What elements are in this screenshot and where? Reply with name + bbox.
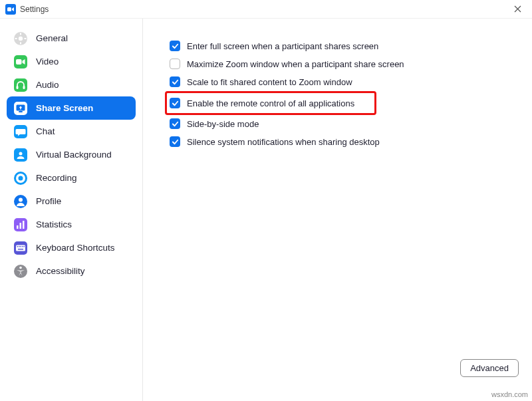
sidebar-item-label: Share Screen [36, 103, 93, 113]
svg-point-23 [19, 198, 23, 201]
option-label: Enable the remote control of all applica… [187, 98, 354, 108]
content-panel: Enter full screen when a participant sha… [143, 19, 532, 401]
option-label: Side-by-side mode [187, 119, 259, 129]
svg-point-21 [19, 176, 23, 180]
option-label: Silence system notifications when sharin… [187, 137, 380, 147]
titlebar: Settings [0, 0, 532, 19]
checkbox-checked-icon[interactable] [170, 136, 180, 147]
svg-point-37 [19, 266, 22, 269]
svg-rect-4 [20, 33, 21, 35]
sidebar-item-label: Statistics [36, 219, 72, 229]
window-title: Settings [20, 5, 508, 14]
sidebar-item-label: General [36, 33, 68, 43]
sidebar-item-statistics[interactable]: Statistics [7, 213, 136, 236]
svg-rect-27 [23, 221, 25, 229]
sidebar-item-share-screen[interactable]: Share Screen [7, 96, 136, 120]
svg-rect-25 [17, 225, 19, 229]
svg-rect-11 [17, 86, 19, 89]
svg-rect-5 [20, 42, 21, 44]
svg-rect-1 [7, 7, 11, 11]
profile-icon [13, 194, 28, 209]
gear-icon [13, 31, 28, 46]
virtual-background-icon [13, 148, 28, 162]
option-label: Maximize Zoom window when a participant … [187, 59, 404, 69]
recording-icon [13, 171, 28, 186]
svg-point-18 [19, 152, 23, 155]
sidebar-item-recording[interactable]: Recording [7, 166, 136, 190]
share-screen-icon [13, 101, 28, 116]
svg-rect-6 [15, 38, 17, 39]
sidebar-item-label: Audio [36, 80, 59, 90]
sidebar-item-label: Profile [36, 196, 61, 206]
advanced-button[interactable]: Advanced [460, 359, 519, 377]
option-label: Enter full screen when a participant sha… [187, 41, 378, 51]
watermark: wsxdn.com [491, 390, 528, 398]
svg-rect-26 [20, 223, 22, 229]
checkbox-checked-icon[interactable] [170, 118, 180, 129]
svg-rect-33 [22, 246, 23, 247]
accessibility-icon [13, 264, 28, 279]
svg-rect-9 [16, 59, 22, 65]
checkbox-unchecked-icon[interactable] [170, 59, 180, 69]
option-silence-notifications[interactable]: Silence system notifications when sharin… [170, 133, 517, 150]
svg-rect-35 [18, 249, 23, 250]
svg-rect-30 [17, 246, 19, 247]
sidebar-item-keyboard-shortcuts[interactable]: Keyboard Shortcuts [7, 236, 136, 259]
checkbox-checked-icon[interactable] [170, 76, 180, 87]
svg-rect-32 [21, 246, 22, 247]
sidebar-item-chat[interactable]: Chat [7, 120, 136, 143]
checkbox-checked-icon[interactable] [170, 41, 180, 51]
statistics-icon [13, 217, 28, 232]
option-label: Scale to fit shared content to Zoom wind… [187, 77, 352, 87]
option-enable-remote-control[interactable]: Enable the remote control of all applica… [170, 94, 354, 112]
sidebar-item-label: Virtual Background [36, 150, 112, 160]
sidebar-item-virtual-background[interactable]: Virtual Background [7, 143, 136, 166]
sidebar-item-label: Chat [36, 126, 55, 136]
sidebar-item-label: Keyboard Shortcuts [36, 243, 115, 253]
close-button[interactable] [508, 0, 527, 19]
highlight-box: Enable the remote control of all applica… [165, 91, 376, 115]
keyboard-icon [13, 241, 28, 255]
svg-rect-12 [23, 86, 25, 89]
app-icon [5, 4, 16, 15]
svg-rect-31 [19, 246, 20, 247]
svg-point-3 [19, 36, 23, 40]
option-enter-full-screen[interactable]: Enter full screen when a participant sha… [170, 37, 517, 55]
sidebar: General Video Audio Share Screen Chat [0, 19, 143, 401]
sidebar-item-label: Video [36, 57, 59, 67]
svg-rect-10 [14, 78, 27, 92]
chat-icon [13, 124, 28, 139]
sidebar-item-accessibility[interactable]: Accessibility [7, 259, 136, 283]
headphones-icon [13, 78, 28, 92]
option-side-by-side[interactable]: Side-by-side mode [170, 115, 517, 132]
sidebar-item-video[interactable]: Video [7, 50, 136, 73]
sidebar-item-profile[interactable]: Profile [7, 190, 136, 213]
option-scale-to-fit[interactable]: Scale to fit shared content to Zoom wind… [170, 73, 517, 90]
svg-rect-34 [24, 246, 25, 247]
svg-rect-15 [19, 111, 23, 112]
sidebar-item-label: Accessibility [36, 266, 85, 276]
sidebar-item-label: Recording [36, 173, 77, 183]
checkbox-checked-icon[interactable] [170, 98, 180, 108]
option-maximize-window[interactable]: Maximize Zoom window when a participant … [170, 55, 517, 72]
svg-rect-29 [16, 245, 25, 251]
sidebar-item-general[interactable]: General [7, 27, 136, 50]
sidebar-item-audio[interactable]: Audio [7, 73, 136, 96]
video-icon [13, 55, 28, 69]
svg-rect-7 [25, 38, 27, 39]
